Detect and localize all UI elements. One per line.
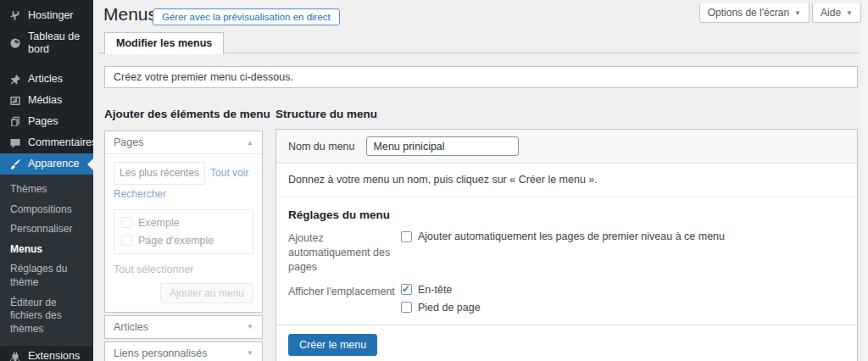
page-item-row: Exemple — [121, 217, 246, 229]
custom-links-box-title: Liens personnalisés — [114, 347, 208, 359]
articles-box: Articles ▼ — [104, 315, 263, 339]
chevron-down-icon[interactable]: ▼ — [247, 349, 253, 357]
display-location-row: Afficher l'emplacement En-tête Pied de p… — [288, 284, 845, 314]
pages-box-header[interactable]: Pages ▲ — [105, 131, 262, 153]
submenu-item-editeur-fichiers-themes[interactable]: Éditeur de fichiers des thèmes — [0, 293, 93, 340]
sidebar-item-articles[interactable]: Articles — [0, 69, 93, 90]
page-item-label: Exemple — [138, 217, 180, 229]
location-footer-label: Pied de page — [418, 302, 481, 314]
menu-structure-footer: Créer le menu — [276, 325, 857, 361]
auto-add-pages-control: Ajouter automatiquement les pages de pre… — [401, 230, 725, 275]
articles-box-title: Articles — [114, 321, 148, 333]
chevron-down-icon[interactable]: ▼ — [247, 323, 253, 330]
tab-edit-menus[interactable]: Modifier les menus — [104, 32, 224, 54]
menu-name-input[interactable] — [366, 136, 519, 156]
location-footer-line: Pied de page — [401, 302, 481, 314]
add-menu-items-panel: Pages ▲ Les plus récentesTout voir Reche… — [104, 131, 263, 361]
pages-icon — [8, 115, 21, 128]
pushpin-icon — [8, 73, 21, 86]
menu-settings-heading: Réglages du menu — [288, 208, 845, 221]
page-title: Menus — [103, 4, 157, 25]
section-divider — [276, 197, 857, 197]
sidebar-item-label: Pages — [28, 115, 58, 128]
add-to-menu-button[interactable]: Ajouter au menu — [160, 283, 253, 303]
submenu-item-compositions[interactable]: Compositions — [0, 200, 93, 220]
articles-box-header[interactable]: Articles ▼ — [105, 316, 262, 338]
menu-structure-panel: Nom du menu Donnez à votre menu un nom, … — [275, 129, 858, 361]
sidebar-item-commentaires[interactable]: Commentaires — [0, 132, 93, 153]
auto-add-pages-label: Ajoutez automatiquement des pages — [288, 230, 401, 275]
page-checkbox[interactable] — [121, 235, 132, 246]
sidebar-item-label: Extensions — [28, 350, 80, 361]
page-item-label: Page d'exemple — [138, 235, 214, 247]
create-menu-button[interactable]: Créer le menu — [288, 334, 377, 356]
menu-structure-heading: Structure du menu — [275, 108, 377, 120]
link-search[interactable]: Rechercher — [114, 188, 166, 200]
menu-instruction-text: Donnez à votre menu un nom, puis cliquez… — [288, 174, 845, 186]
dashboard-icon — [8, 37, 21, 50]
sidebar-item-medias[interactable]: Médias — [0, 90, 93, 111]
menu-name-row: Nom du menu — [276, 130, 857, 164]
sidebar-item-dashboard[interactable]: Tableau de bord — [0, 26, 93, 60]
pages-box-content: Les plus récentesTout voir Rechercher Ex… — [105, 153, 262, 312]
chevron-down-icon: ▼ — [846, 9, 853, 17]
appearance-submenu: Thèmes Compositions Personnaliser Menus … — [0, 175, 93, 346]
menu-structure-body: Donnez à votre menu un nom, puis cliquez… — [276, 174, 857, 314]
menu-name-label: Nom du menu — [288, 141, 355, 153]
page-checkbox[interactable] — [121, 217, 132, 228]
screen-options-button[interactable]: Options de l'écran ▼ — [699, 3, 810, 23]
auto-add-checkbox[interactable] — [401, 231, 412, 242]
sidebar-item-label: Hostinger — [28, 9, 74, 22]
sidebar-item-label: Médias — [28, 94, 62, 107]
submenu-item-reglages-du-theme[interactable]: Réglages du thème — [0, 259, 93, 292]
pages-box-title: Pages — [114, 136, 143, 148]
location-footer-checkbox[interactable] — [401, 302, 412, 313]
custom-links-box-header[interactable]: Liens personnalisés ▼ — [105, 342, 262, 361]
pages-quick-tabs: Les plus récentesTout voir Rechercher — [114, 162, 253, 204]
pages-box: Pages ▲ Les plus récentesTout voir Reche… — [104, 131, 263, 313]
wordpress-admin-menus-page: Hostinger Tableau de bord Articles Média… — [0, 0, 868, 361]
sidebar-item-apparence[interactable]: Apparence — [0, 153, 93, 175]
page-item-row: Page d'exemple — [121, 235, 246, 247]
custom-links-box: Liens personnalisés ▼ — [104, 342, 263, 361]
submenu-item-themes[interactable]: Thèmes — [0, 180, 93, 200]
add-to-menu-row: Ajouter au menu — [114, 283, 253, 303]
location-header-checkbox[interactable] — [401, 284, 412, 295]
location-header-line: En-tête — [401, 284, 481, 296]
sidebar-item-label: Tableau de bord — [28, 31, 86, 56]
tab-most-recent[interactable]: Les plus récentes — [114, 162, 205, 185]
sidebar-item-label: Apparence — [28, 158, 79, 170]
link-view-all[interactable]: Tout voir — [210, 167, 248, 179]
chevron-down-icon: ▼ — [794, 9, 801, 17]
sidebar-item-pages[interactable]: Pages — [0, 111, 93, 132]
help-label: Aide — [821, 7, 841, 19]
submenu-item-menus[interactable]: Menus — [0, 240, 93, 260]
add-menu-items-heading: Ajouter des éléments de menu — [104, 108, 270, 120]
appearance-icon — [8, 158, 21, 170]
display-location-label: Afficher l'emplacement — [288, 284, 401, 314]
manage-live-preview-button[interactable]: Gérer avec la prévisualisation en direct — [153, 8, 340, 25]
pages-checklist: Exemple Page d'exemple — [114, 209, 253, 254]
auto-add-pages-row: Ajoutez automatiquement des pages Ajoute… — [288, 230, 845, 275]
sidebar-separator — [0, 60, 93, 69]
sidebar-item-label: Commentaires — [28, 136, 97, 149]
location-header-label: En-tête — [418, 284, 452, 296]
first-menu-notice: Créez votre premier menu ci-dessous. — [104, 66, 858, 88]
page-scrollbar[interactable] — [861, 0, 868, 361]
submenu-item-personnaliser[interactable]: Personnaliser — [0, 219, 93, 240]
select-all-link[interactable]: Tout sélectionner — [114, 264, 253, 275]
media-icon — [8, 94, 21, 107]
admin-sidebar: Hostinger Tableau de bord Articles Média… — [0, 0, 93, 361]
auto-add-checkbox-label: Ajouter automatiquement les pages de pre… — [418, 230, 725, 242]
hostinger-icon — [8, 9, 21, 22]
screen-options-label: Options de l'écran — [708, 7, 789, 19]
help-button[interactable]: Aide ▼ — [812, 3, 861, 23]
comments-icon — [8, 136, 21, 149]
auto-add-checkbox-line: Ajouter automatiquement les pages de pre… — [401, 230, 725, 242]
display-location-control: En-tête Pied de page — [401, 284, 481, 314]
sidebar-item-label: Articles — [28, 73, 63, 86]
sidebar-item-hostinger[interactable]: Hostinger — [0, 5, 93, 26]
chevron-up-icon[interactable]: ▲ — [247, 139, 253, 147]
